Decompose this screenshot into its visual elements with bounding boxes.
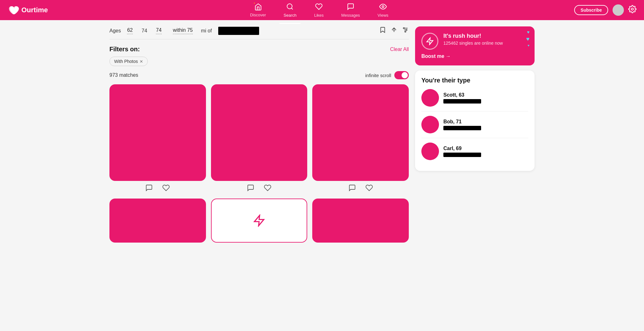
svg-point-0 [287, 4, 292, 9]
type-person-3[interactable]: Carl, 69 [421, 143, 528, 160]
type-avatar-1 [421, 89, 439, 107]
type-title: You're their type [421, 77, 528, 84]
filters-section: Filters on: Clear All With Photos ✕ [109, 46, 409, 66]
rush-bolt-icon [426, 37, 434, 45]
age-from-pill[interactable]: 62 [123, 27, 136, 34]
gear-icon[interactable] [628, 5, 636, 15]
main-nav: Discover Search Likes [64, 3, 574, 18]
main-container: Ages 62 74 74 within 75 mi of [102, 20, 542, 249]
logo-icon [8, 4, 19, 16]
message-button-2[interactable] [247, 184, 254, 194]
matches-row: 973 matches infinite scroll [109, 71, 409, 79]
type-avatar-2 [421, 116, 439, 133]
heart-deco-1: ♥ [527, 30, 530, 35]
location-input[interactable] [218, 27, 259, 35]
like-button-3[interactable] [365, 184, 373, 194]
mi-of-label: mi of [200, 28, 213, 34]
heart-deco-3: ♥ [528, 44, 530, 47]
discover-icon [254, 4, 262, 12]
bolt-icon [253, 214, 265, 227]
like-button-2[interactable] [264, 184, 271, 194]
header-right: Subscribe [574, 4, 636, 16]
hearts-decoration: ♥ ♥ ♥ [526, 30, 530, 47]
nav-search[interactable]: Search [275, 3, 305, 18]
svg-marker-12 [254, 215, 264, 226]
infinite-scroll-toggle[interactable] [394, 71, 409, 79]
filter-remove-icon[interactable]: ✕ [140, 59, 143, 64]
message-button-3[interactable] [348, 184, 356, 194]
boost-button[interactable]: Boost me → [421, 53, 528, 59]
within-pill[interactable]: within 75 [169, 27, 197, 34]
match-photo-6[interactable] [312, 199, 409, 243]
match-photo-3[interactable] [312, 84, 409, 181]
filters-header: Filters on: Clear All [109, 46, 409, 53]
svg-point-11 [405, 31, 406, 32]
type-name-1: Scott, 63 [443, 92, 481, 98]
nav-likes[interactable]: Likes [305, 3, 332, 18]
svg-marker-13 [427, 38, 433, 45]
match-card-2 [211, 84, 308, 194]
match-card-5 [211, 199, 308, 243]
type-person-2[interactable]: Bob, 71 [421, 116, 528, 133]
svg-point-10 [406, 29, 407, 31]
type-person-1[interactable]: Scott, 63 [421, 89, 528, 107]
nav-discover[interactable]: Discover [241, 3, 275, 17]
infinite-scroll-area: infinite scroll [365, 71, 409, 79]
match-card-6 [312, 199, 409, 243]
search-actions [379, 26, 409, 35]
match-card-4 [109, 199, 206, 243]
type-avatar-3 [421, 143, 439, 160]
nav-views[interactable]: Views [369, 3, 397, 18]
divider-1 [421, 111, 528, 111]
their-type-card: You're their type Scott, 63 Bob, 71 [415, 70, 535, 171]
nav-likes-label: Likes [314, 13, 324, 18]
type-name-2: Bob, 71 [443, 119, 481, 125]
within-value: within 75 [173, 27, 193, 33]
match-photo-4[interactable] [109, 199, 206, 243]
clear-all-button[interactable]: Clear All [390, 47, 409, 52]
heart-deco-2: ♥ [526, 36, 530, 42]
match-card-1 [109, 84, 206, 194]
nav-messages[interactable]: Messages [332, 3, 369, 18]
logo-text: Ourtime [21, 6, 48, 14]
messages-icon [347, 3, 354, 12]
avatar[interactable] [613, 4, 624, 16]
message-button-1[interactable] [145, 184, 153, 194]
match-photo-5[interactable] [211, 199, 308, 243]
matches-grid [109, 84, 409, 243]
rush-card-inner: It's rush hour! 125462 singles are onlin… [421, 33, 528, 50]
age-to-value: 74 [156, 27, 162, 33]
discover-badge [253, 2, 256, 4]
likes-icon [315, 3, 323, 12]
infinite-scroll-label: infinite scroll [365, 73, 391, 78]
nav-views-label: Views [378, 13, 388, 18]
search-bar: Ages 62 74 74 within 75 mi of [109, 26, 409, 39]
age-from-value: 62 [127, 27, 133, 33]
sidebar: It's rush hour! 125462 singles are onlin… [415, 26, 535, 243]
age-to-pill[interactable]: 74 [152, 27, 165, 34]
subscribe-button[interactable]: Subscribe [574, 5, 608, 15]
bookmark-button[interactable] [379, 26, 386, 35]
sort-button[interactable] [391, 26, 397, 35]
search-filters: Ages 62 74 74 within 75 mi of [109, 27, 379, 35]
content-area: Ages 62 74 74 within 75 mi of [109, 26, 409, 243]
match-photo-2[interactable] [211, 84, 308, 181]
type-bar-2 [443, 126, 481, 130]
type-info-3: Carl, 69 [443, 146, 481, 157]
like-button-1[interactable] [162, 184, 170, 194]
filters-button[interactable] [402, 26, 409, 35]
active-filter-with-photos[interactable]: With Photos ✕ [109, 57, 148, 66]
type-bar-1 [443, 99, 481, 104]
rush-icon-circle [421, 33, 438, 50]
match-actions-1 [145, 184, 170, 194]
type-info-1: Scott, 63 [443, 92, 481, 104]
rush-title: It's rush hour! [443, 33, 503, 39]
matches-count: 973 matches [109, 72, 138, 78]
match-photo-1[interactable] [109, 84, 206, 181]
ages-label: Ages [109, 28, 121, 34]
nav-search-label: Search [284, 13, 297, 18]
rush-text: It's rush hour! 125462 singles are onlin… [443, 33, 503, 46]
match-card-3 [312, 84, 409, 194]
match-actions-3 [348, 184, 373, 194]
match-actions-2 [247, 184, 271, 194]
